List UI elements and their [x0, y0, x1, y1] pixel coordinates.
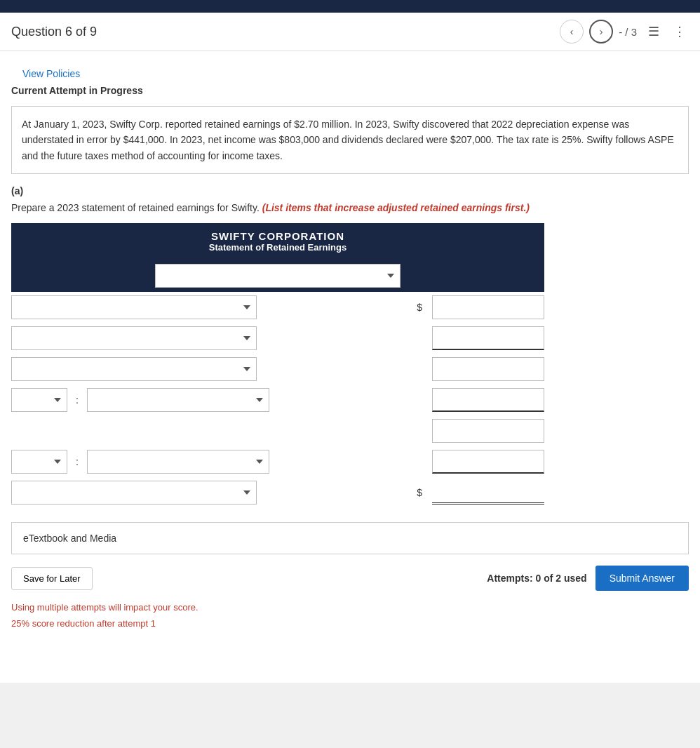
- form-row-3: [11, 354, 544, 385]
- row4b-amount-input[interactable]: [432, 419, 544, 443]
- attempts-text: Attempts: 0 of 2 used: [487, 573, 586, 584]
- row5-medium-select[interactable]: [87, 450, 269, 474]
- row4-amount-input[interactable]: [432, 388, 544, 412]
- top-bar: [0, 0, 700, 13]
- problem-text: At January 1, 2023, Swifty Corp. reporte…: [22, 119, 674, 161]
- warning-2: 25% score reduction after attempt 1: [11, 618, 689, 629]
- row2-label-select[interactable]: [11, 326, 257, 350]
- row3-amount-input[interactable]: [432, 357, 544, 381]
- form-row-1: $: [11, 292, 544, 323]
- row5-narrow-select[interactable]: [11, 450, 67, 474]
- save-later-button[interactable]: Save for Later: [11, 567, 93, 590]
- instruction-highlight: (List items that increase adjusted retai…: [262, 202, 530, 213]
- part-label: (a): [11, 185, 689, 196]
- form-row-2: [11, 323, 544, 354]
- score-label: - / 3: [619, 26, 637, 38]
- prev-button[interactable]: ‹: [560, 20, 584, 44]
- form-row-4: :: [11, 385, 544, 415]
- right-footer: Attempts: 0 of 2 used Submit Answer: [487, 566, 689, 591]
- row5-amount-input[interactable]: [432, 450, 544, 474]
- etextbook-box: eTextbook and Media: [11, 522, 689, 554]
- etextbook-label: eTextbook and Media: [23, 533, 116, 544]
- row4-colon: :: [73, 394, 81, 406]
- row3-label-select[interactable]: [11, 357, 257, 381]
- form-row-6: $: [11, 477, 544, 508]
- header-right: - / 3 ☰ ⋮: [619, 21, 689, 42]
- problem-text-box: At January 1, 2023, Swifty Corp. reporte…: [11, 106, 689, 174]
- question-label: Question 6 of 9: [11, 25, 554, 39]
- next-button[interactable]: ›: [589, 20, 613, 44]
- score-warnings: Using multiple attempts will impact your…: [11, 602, 689, 629]
- corp-subtitle: Statement of Retained Earnings: [22, 242, 533, 253]
- corp-header: SWIFTY CORPORATION Statement of Retained…: [11, 223, 544, 260]
- row1-dollar: $: [412, 302, 426, 313]
- row6-amount-input[interactable]: [432, 481, 544, 505]
- row6-dollar: $: [412, 487, 426, 498]
- row5-colon: :: [73, 456, 81, 467]
- header: Question 6 of 9 ‹ › - / 3 ☰ ⋮: [0, 13, 700, 51]
- form-row-4b: [11, 415, 544, 446]
- row4-narrow-select[interactable]: [11, 388, 67, 412]
- date-header-row: [11, 260, 544, 292]
- corp-name: SWIFTY CORPORATION: [22, 230, 533, 242]
- attempt-banner: Current Attempt in Progress: [11, 85, 689, 96]
- warning-1: Using multiple attempts will impact your…: [11, 602, 689, 613]
- row1-label-select[interactable]: [11, 295, 257, 319]
- instruction-main: Prepare a 2023 statement of retained ear…: [11, 202, 260, 213]
- submit-answer-button[interactable]: Submit Answer: [595, 566, 689, 591]
- more-options-button[interactable]: ⋮: [671, 21, 689, 42]
- row4-medium-select[interactable]: [87, 388, 269, 412]
- list-icon-button[interactable]: ☰: [645, 21, 662, 42]
- row6-label-select[interactable]: [11, 481, 257, 505]
- view-policies-link[interactable]: View Policies: [11, 62, 689, 85]
- date-select[interactable]: [155, 264, 401, 288]
- form-row-5: :: [11, 446, 544, 477]
- row1-amount-input[interactable]: [432, 295, 544, 319]
- footer-row: Save for Later Attempts: 0 of 2 used Sub…: [11, 566, 689, 596]
- row2-amount-input[interactable]: [432, 326, 544, 350]
- instruction-row: Prepare a 2023 statement of retained ear…: [11, 202, 689, 213]
- form-area: SWIFTY CORPORATION Statement of Retained…: [11, 223, 544, 508]
